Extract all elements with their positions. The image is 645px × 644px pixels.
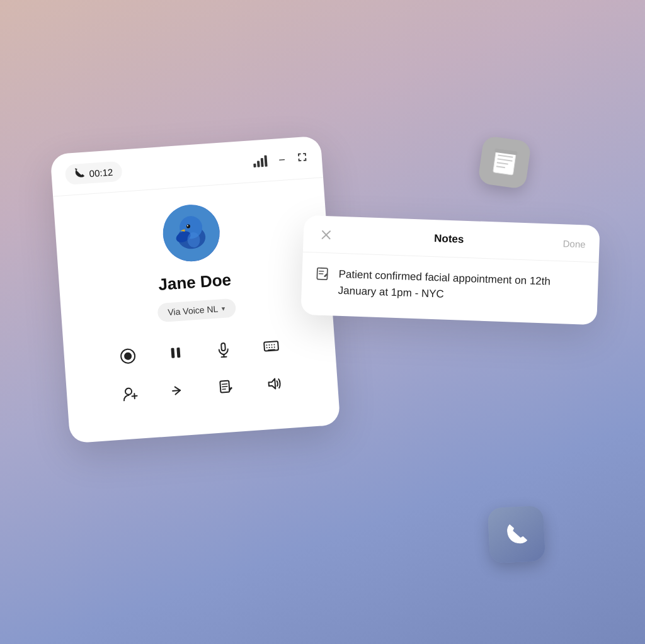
call-actions-row-2: [80, 368, 324, 410]
speaker-button[interactable]: [260, 370, 287, 397]
keyboard-button[interactable]: [258, 332, 285, 359]
phone-app-icon[interactable]: [488, 506, 545, 563]
transfer-button[interactable]: [165, 377, 192, 404]
call-timer: 00:12: [65, 161, 123, 185]
notes-widget: Notes Done Patient confirmed facial appo…: [300, 215, 600, 325]
svg-line-33: [132, 396, 137, 397]
call-widget: 00:12 −: [50, 136, 340, 444]
signal-icon: [253, 155, 268, 167]
done-button[interactable]: Done: [562, 238, 585, 249]
svg-rect-16: [171, 348, 174, 358]
svg-line-20: [222, 357, 227, 358]
svg-rect-18: [221, 343, 225, 351]
add-person-button[interactable]: [117, 380, 144, 407]
caller-route-selector[interactable]: Via Voice NL ▾: [157, 298, 236, 323]
expand-icon[interactable]: [296, 151, 309, 166]
call-widget-body: Jane Doe Via Voice NL ▾: [53, 178, 340, 443]
svg-line-37: [222, 387, 227, 387]
call-controls: −: [253, 151, 309, 169]
note-button[interactable]: [213, 374, 240, 401]
caller-name: Jane Doe: [157, 270, 231, 295]
chevron-down-icon: ▾: [222, 304, 226, 312]
phone-icon-small: [74, 167, 84, 181]
avatar: [161, 203, 222, 263]
record-button[interactable]: [115, 342, 142, 370]
close-button[interactable]: [317, 226, 335, 244]
notes-title: Notes: [334, 229, 563, 250]
notepad-icon: [489, 147, 520, 178]
mute-button[interactable]: [210, 336, 237, 363]
notes-app-icon[interactable]: [477, 135, 532, 189]
call-actions-row-1: [77, 330, 322, 372]
phone-icon: [501, 519, 532, 550]
caller-route-text: Via Voice NL: [168, 304, 219, 318]
notes-content[interactable]: Patient confirmed facial appointment on …: [338, 266, 585, 307]
call-timer-text: 00:12: [89, 166, 113, 179]
svg-marker-39: [268, 379, 275, 390]
pause-button[interactable]: [163, 339, 190, 366]
svg-point-15: [124, 352, 132, 360]
svg-rect-17: [176, 347, 180, 358]
minimize-icon[interactable]: −: [278, 153, 286, 167]
svg-line-34: [173, 390, 180, 391]
svg-line-36: [222, 384, 227, 385]
svg-point-31: [125, 388, 132, 395]
svg-line-30: [268, 349, 275, 350]
notes-body: Patient confirmed facial appointment on …: [300, 252, 598, 325]
edit-icon: [316, 267, 330, 285]
